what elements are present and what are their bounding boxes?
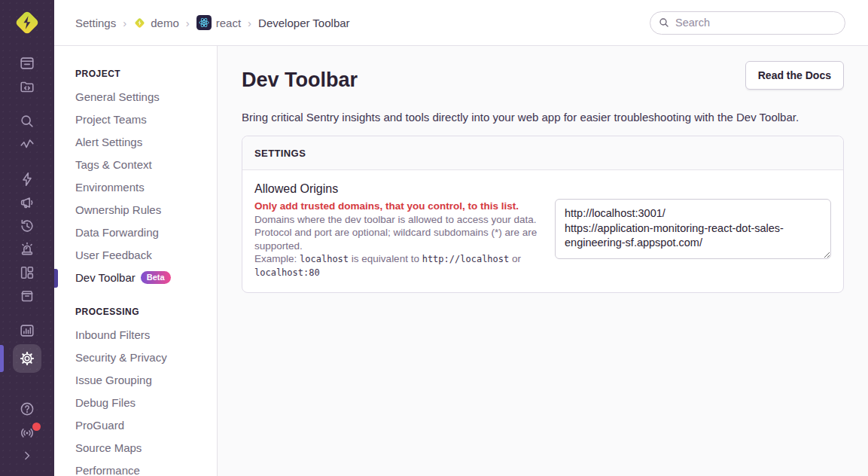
nav-item-environments[interactable]: Environments — [75, 176, 208, 199]
chevron-right-icon — [20, 448, 35, 463]
sidebar-item-replays[interactable] — [0, 214, 54, 237]
nav-item-ownership-rules[interactable]: Ownership Rules — [75, 199, 208, 221]
nav-item-debug-files[interactable]: Debug Files — [75, 392, 208, 414]
siren-icon — [19, 241, 35, 258]
panel-header: SETTINGS — [242, 136, 843, 170]
icon-sidebar — [0, 0, 54, 476]
archive-box-icon — [19, 288, 35, 304]
nav-item-source-maps[interactable]: Source Maps — [75, 437, 208, 459]
issues-icon — [19, 55, 35, 72]
sidebar-item-whats-new[interactable] — [0, 420, 54, 444]
nav-item-security-privacy[interactable]: Security & Privacy — [75, 346, 208, 369]
sidebar-item-help[interactable] — [0, 397, 54, 420]
projects-icon — [19, 78, 35, 95]
right-column: Settings › demo › — [54, 0, 868, 476]
org-logo-icon — [12, 8, 42, 38]
allowed-origins-textarea[interactable]: http://localhost:3001/ https://applicati… — [555, 199, 831, 259]
sidebar-item-dashboards[interactable] — [0, 261, 54, 284]
search-input[interactable] — [650, 11, 845, 35]
org-avatar-icon — [133, 17, 146, 29]
nav-item-user-feedback[interactable]: User Feedback — [75, 244, 208, 267]
nav-item-inbound-filters[interactable]: Inbound Filters — [75, 324, 208, 346]
performance-wave-icon — [19, 136, 35, 153]
beta-badge: Beta — [141, 271, 171, 284]
nav-item-issue-grouping[interactable]: Issue Grouping — [75, 369, 208, 392]
breadcrumb-settings[interactable]: Settings — [75, 17, 116, 29]
active-rail-indicator — [0, 345, 4, 372]
sidebar-item-feedback[interactable] — [0, 167, 54, 191]
nav-item-project-teams[interactable]: Project Teams — [75, 108, 208, 131]
notification-dot — [32, 423, 41, 431]
breadcrumb-project-react[interactable]: react — [196, 15, 241, 30]
gear-icon — [19, 350, 35, 367]
page-title: Dev Toolbar — [242, 58, 358, 92]
code-http-localhost: http://localhost — [422, 254, 510, 264]
breadcrumb-separator-icon: › — [186, 17, 190, 29]
page-description: Bring critical Sentry insights and tools… — [242, 111, 844, 124]
breadcrumb: Settings › demo › — [75, 15, 350, 30]
nav-section-project: PROJECT — [75, 69, 208, 79]
read-the-docs-button[interactable]: Read the Docs — [745, 61, 844, 90]
nav-item-proguard[interactable]: ProGuard — [75, 414, 208, 437]
main-content: Dev Toolbar Read the Docs Bring critical… — [218, 46, 868, 476]
dashboards-grid-icon — [19, 264, 35, 281]
megaphone-icon — [19, 194, 35, 211]
nav-item-performance[interactable]: Performance — [75, 459, 208, 476]
search-icon — [19, 113, 35, 130]
nav-item-general-settings[interactable]: General Settings — [75, 86, 208, 108]
nav-section-processing: PROCESSING — [75, 307, 208, 317]
code-localhost-80: localhost:80 — [254, 267, 320, 278]
sidebar-item-stats[interactable] — [0, 319, 54, 342]
app-root: Settings › demo › — [0, 0, 868, 476]
bar-chart-icon — [19, 322, 35, 339]
breadcrumb-org-demo[interactable]: demo — [133, 17, 179, 29]
sidebar-item-releases[interactable] — [0, 284, 54, 307]
settings-panel: SETTINGS Allowed Origins Only add truste… — [242, 136, 844, 293]
sidebar-item-issues[interactable] — [0, 51, 54, 75]
breadcrumb-separator-icon: › — [123, 17, 126, 29]
sidebar-item-projects[interactable] — [0, 75, 54, 98]
search-icon — [658, 17, 670, 29]
react-project-icon — [196, 15, 212, 30]
allowed-origins-example: Example: localhost is equivalent to http… — [254, 252, 540, 279]
allowed-origins-warning: Only add trusted domains, that you contr… — [254, 200, 540, 213]
nav-item-alert-settings[interactable]: Alert Settings — [75, 131, 208, 154]
allowed-origins-help: Domains where the dev toolbar is allowed… — [254, 213, 540, 253]
code-localhost: localhost — [300, 254, 349, 264]
help-question-icon — [19, 401, 35, 417]
sidebar-item-explore[interactable] — [0, 109, 54, 133]
sidebar-item-settings[interactable] — [0, 342, 54, 374]
nav-item-tags-context[interactable]: Tags & Context — [75, 154, 208, 176]
header-search — [650, 11, 845, 35]
top-header: Settings › demo › — [54, 0, 868, 46]
sidebar-item-crons[interactable] — [0, 237, 54, 261]
page-body: PROJECT General Settings Project Teams A… — [54, 46, 868, 476]
allowed-origins-label: Allowed Origins — [254, 182, 540, 196]
sidebar-item-alerts[interactable] — [0, 191, 54, 214]
history-clock-icon — [19, 218, 35, 234]
nav-item-data-forwarding[interactable]: Data Forwarding — [75, 221, 208, 244]
breadcrumb-current-page: Developer Toolbar — [258, 17, 349, 29]
nav-item-dev-toolbar[interactable]: Dev ToolbarBeta — [75, 267, 208, 289]
settings-nav: PROJECT General Settings Project Teams A… — [54, 46, 218, 476]
sidebar-collapse-button[interactable] — [0, 444, 54, 467]
sidebar-item-performance[interactable] — [0, 133, 54, 156]
breadcrumb-separator-icon: › — [248, 17, 251, 29]
org-logo[interactable] — [0, 0, 54, 45]
lightning-icon — [19, 171, 35, 188]
